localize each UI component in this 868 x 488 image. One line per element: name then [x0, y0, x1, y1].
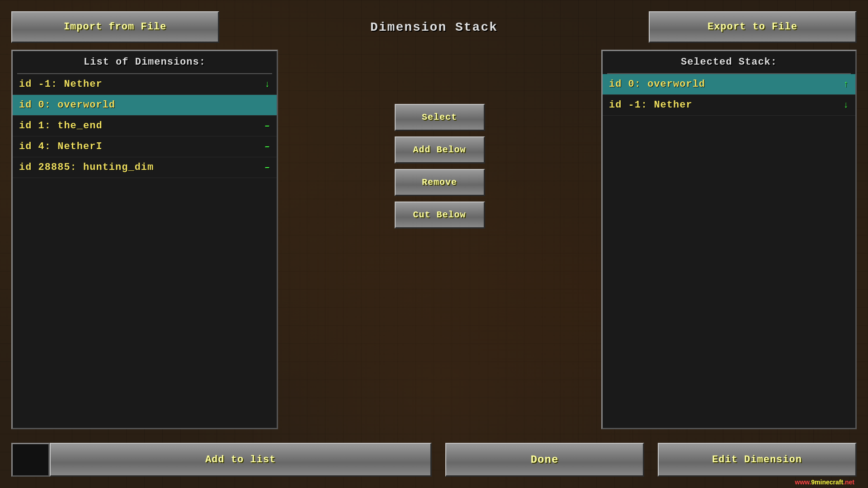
remove-button[interactable]: Remove — [395, 169, 485, 196]
select-button[interactable]: Select — [395, 104, 485, 131]
left-list-item[interactable]: id 0: overworld — [13, 95, 277, 116]
item-label: id 0: overworld — [609, 79, 705, 90]
done-button[interactable]: Done — [445, 443, 644, 477]
add-to-list-button[interactable]: Add to list — [50, 443, 432, 477]
cut-below-button[interactable]: Cut Below — [395, 202, 485, 229]
item-label: id 28885: hunting_dim — [19, 162, 154, 173]
center-buttons: Select Add Below Remove Cut Below — [289, 50, 590, 229]
item-indicator: – — [264, 162, 270, 173]
watermark-prefix: www. — [795, 479, 811, 486]
left-panel-title: List of Dimensions: — [17, 51, 272, 74]
export-button[interactable]: Export to File — [649, 11, 857, 43]
right-list-item[interactable]: id -1: Nether↓ — [603, 95, 855, 116]
left-list-item[interactable]: id 28885: hunting_dim– — [13, 157, 277, 178]
edit-dimension-button[interactable]: Edit Dimension — [658, 443, 857, 477]
item-label: id 0: overworld — [19, 99, 115, 111]
right-panel-title: Selected Stack: — [607, 51, 851, 74]
watermark-suffix: .net — [843, 479, 854, 486]
item-indicator: ↓ — [264, 79, 270, 89]
color-swatch[interactable] — [11, 443, 50, 477]
watermark-site: 9minecraft — [811, 479, 843, 486]
right-list-item[interactable]: id 0: overworld↑ — [603, 74, 855, 95]
app-title: Dimension Stack — [219, 20, 649, 34]
left-list-item[interactable]: id 4: NetherI– — [13, 136, 277, 157]
right-panel: Selected Stack: id 0: overworld↑id -1: N… — [601, 50, 857, 429]
right-panel-items: id 0: overworld↑id -1: Nether↓ — [603, 74, 855, 428]
add-below-button[interactable]: Add Below — [395, 136, 485, 164]
item-label: id -1: Nether — [609, 99, 693, 111]
item-indicator: ↓ — [843, 100, 849, 110]
watermark: www.9minecraft.net — [795, 479, 854, 486]
item-label: id 1: the_end — [19, 120, 103, 131]
item-indicator: ↑ — [843, 79, 849, 89]
item-indicator: – — [264, 141, 270, 152]
import-button[interactable]: Import from File — [11, 11, 219, 43]
bottom-bar: Add to list Done Edit Dimension — [0, 443, 868, 477]
item-label: id -1: Nether — [19, 79, 103, 90]
item-label: id 4: NetherI — [19, 141, 103, 152]
item-indicator: – — [264, 121, 270, 131]
left-panel-items: id -1: Nether↓id 0: overworldid 1: the_e… — [13, 74, 277, 428]
add-to-list-section: Add to list — [11, 443, 432, 477]
left-panel: List of Dimensions: id -1: Nether↓id 0: … — [11, 50, 278, 429]
left-list-item[interactable]: id -1: Nether↓ — [13, 74, 277, 95]
left-list-item[interactable]: id 1: the_end– — [13, 116, 277, 136]
